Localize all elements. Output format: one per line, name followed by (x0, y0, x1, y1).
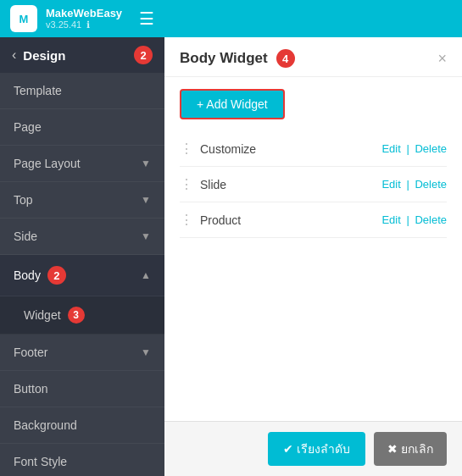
panel-header: Body Widget 4 × (164, 37, 462, 77)
main-layout: ‹ Design 2 Template Page Page Layout ▼ T… (0, 37, 462, 476)
widget-label: Widget (24, 308, 61, 322)
chevron-up-icon: ▲ (141, 269, 151, 281)
hamburger-icon[interactable]: ☰ (139, 8, 154, 29)
separator: | (406, 142, 409, 155)
sidebar-item-background[interactable]: Background (0, 407, 164, 444)
body-widget-panel: Body Widget 4 × + Add Widget ⋮ Customize (164, 37, 462, 476)
add-widget-button[interactable]: + Add Widget (180, 89, 285, 119)
footer-label: Footer (14, 346, 47, 359)
topbar-brand-name: MakeWebEasy (46, 7, 122, 20)
widget-actions-customize: Edit | Delete (381, 142, 447, 155)
widget-actions-product: Edit | Delete (381, 213, 447, 226)
logo-text: M (19, 13, 29, 25)
separator: | (406, 178, 409, 191)
font-style-label: Font Style (14, 455, 67, 468)
widget-name-customize: Customize (200, 142, 256, 156)
content-area: Body Widget 4 × + Add Widget ⋮ Customize (164, 37, 462, 476)
sidebar-item-widget[interactable]: Widget 3 (0, 296, 164, 335)
sidebar-item-page-layout[interactable]: Page Layout ▼ (0, 146, 164, 182)
widget-row-left: ⋮ Slide (180, 176, 226, 192)
widget-row-left: ⋮ Customize (180, 141, 256, 157)
topbar-version: v3.25.41 ℹ (46, 19, 122, 30)
panel-header-left: Body Widget 4 (180, 49, 295, 68)
edit-link-slide[interactable]: Edit (381, 178, 400, 191)
info-icon: ℹ (86, 19, 90, 30)
drag-icon[interactable]: ⋮ (180, 176, 193, 192)
chevron-down-icon: ▼ (141, 346, 151, 358)
design-badge: 2 (134, 46, 153, 64)
edit-link-customize[interactable]: Edit (381, 142, 400, 155)
body-label: Body (14, 268, 41, 282)
sidebar-design-label: Design (23, 48, 65, 63)
back-arrow-icon: ‹ (12, 47, 16, 63)
body-group: Body 2 (14, 266, 66, 285)
panel-title: Body Widget (180, 50, 268, 67)
cancel-button[interactable]: ✖ ยกเลิก (374, 432, 447, 466)
page-layout-label: Page Layout (14, 157, 81, 170)
sidebar-item-font-style[interactable]: Font Style (0, 444, 164, 476)
background-label: Background (14, 418, 77, 432)
order-button[interactable]: ✔ เรียงลำดับ (268, 432, 365, 466)
panel-footer: ✔ เรียงลำดับ ✖ ยกเลิก (164, 421, 462, 476)
widget-name-slide: Slide (200, 178, 226, 191)
sidebar-item-footer[interactable]: Footer ▼ (0, 335, 164, 371)
sidebar: ‹ Design 2 Template Page Page Layout ▼ T… (0, 37, 164, 476)
topbar-logo: M (10, 5, 37, 32)
drag-icon[interactable]: ⋮ (180, 141, 193, 157)
body-badge: 2 (47, 266, 66, 285)
chevron-down-icon: ▼ (141, 158, 151, 169)
sidebar-item-template[interactable]: Template (0, 73, 164, 109)
sidebar-item-side[interactable]: Side ▼ (0, 219, 164, 255)
topbar: M MakeWebEasy v3.25.41 ℹ ☰ (0, 0, 462, 37)
sidebar-back-header[interactable]: ‹ Design 2 (0, 37, 164, 73)
button-label: Button (14, 382, 47, 396)
widget-row-product: ⋮ Product Edit | Delete (180, 202, 447, 238)
delete-link-product[interactable]: Delete (415, 213, 447, 226)
topbar-brand-group: MakeWebEasy v3.25.41 ℹ (46, 7, 122, 31)
widget-row-left: ⋮ Product (180, 212, 241, 228)
separator: | (406, 213, 409, 226)
chevron-down-icon: ▼ (141, 194, 151, 206)
widget-actions-slide: Edit | Delete (381, 178, 447, 191)
sidebar-item-button[interactable]: Button (0, 371, 164, 407)
sidebar-item-page[interactable]: Page (0, 109, 164, 146)
widget-name-product: Product (200, 213, 241, 227)
close-icon[interactable]: × (437, 50, 447, 68)
widget-row-customize: ⋮ Customize Edit | Delete (180, 131, 447, 167)
top-label: Top (14, 193, 33, 207)
side-label: Side (14, 230, 37, 243)
delete-link-slide[interactable]: Delete (415, 178, 447, 191)
widget-list: ⋮ Customize Edit | Delete ⋮ Slide (180, 131, 447, 238)
sidebar-item-body[interactable]: Body 2 ▲ (0, 255, 164, 296)
chevron-down-icon: ▼ (141, 230, 151, 242)
sidebar-back-group: ‹ Design (12, 47, 65, 63)
widget-badge: 3 (68, 307, 85, 324)
panel-body: + Add Widget ⋮ Customize Edit | Delete (164, 77, 462, 421)
drag-icon[interactable]: ⋮ (180, 212, 193, 228)
template-label: Template (14, 84, 62, 97)
edit-link-product[interactable]: Edit (381, 213, 400, 226)
page-label: Page (14, 120, 42, 134)
widget-row-slide: ⋮ Slide Edit | Delete (180, 167, 447, 202)
delete-link-customize[interactable]: Delete (415, 142, 447, 155)
sidebar-item-top[interactable]: Top ▼ (0, 182, 164, 219)
panel-badge: 4 (276, 49, 295, 68)
